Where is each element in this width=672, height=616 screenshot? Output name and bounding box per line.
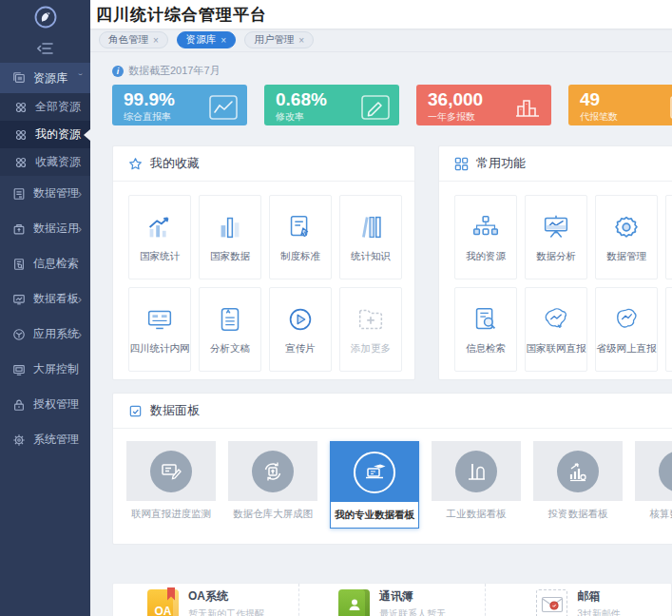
info-icon: i (112, 66, 124, 77)
document-search-icon (470, 303, 502, 336)
tab-resource-library[interactable]: 资源库 × (177, 31, 236, 48)
data-notice: i 数据截至2017年7月 (112, 64, 672, 78)
sidebar-item-label: 系统管理 (33, 432, 79, 448)
tile-label: 投资数据看板 (533, 501, 623, 527)
document-search-icon (12, 258, 26, 271)
app-window: 资源库 ˇ 全部资源 我的资源 (0, 0, 672, 616)
tile-label: 宣传片 (285, 342, 316, 356)
quicklink-contacts[interactable]: 通讯簿 最近联系人暂无 (298, 584, 485, 616)
stat-card-proxy-count[interactable]: 49 代报笔数 (568, 85, 672, 125)
quicklink-title: 通讯簿 (379, 588, 446, 605)
address-book-icon (338, 589, 370, 616)
tab-user-management[interactable]: 用户管理 × (244, 31, 314, 48)
sidebar-item-label: 数据看板 (33, 291, 79, 307)
function-tile-data-management[interactable]: 数据管理 (595, 195, 658, 279)
content: i 数据截至2017年7月 99.9% 综合直报率 0.68% 修改率 (90, 52, 672, 616)
document-text-icon (214, 303, 246, 336)
sidebar-item-info-search[interactable]: 信息检索 (0, 246, 90, 281)
close-icon[interactable]: × (153, 35, 159, 46)
dashboard-tile-investment-board[interactable]: 投资数据看板 (533, 441, 623, 529)
dashboard-tile-accounting-board[interactable]: 核算数据看板 (635, 441, 672, 529)
refresh-screen-icon (252, 451, 294, 492)
favorite-tile-add-more[interactable]: 添加更多 (339, 287, 402, 372)
tile-label: 四川统计内网 (130, 342, 190, 356)
panel-title: 我的收藏 (150, 155, 200, 172)
function-tile-my-resources[interactable]: 我的资源 (454, 195, 517, 279)
tab-role-management[interactable]: 角色管理 × (99, 31, 168, 48)
favorite-tile-national-stats[interactable]: 国家统计 (128, 195, 191, 279)
stat-card-report-rate[interactable]: 99.9% 综合直报率 (112, 85, 247, 125)
sidebar-item-label: 数据运用 (33, 221, 79, 237)
investment-chart-icon (557, 451, 599, 492)
sidebar-group-resources[interactable]: 资源库 ˇ (0, 63, 90, 93)
tab-bar: 角色管理 × 资源库 × 用户管理 × (90, 29, 672, 52)
calc-document-icon (659, 451, 672, 492)
dashboard-tile-industry-board[interactable]: 工业数据看板 (432, 441, 521, 529)
sidebar-collapse-button[interactable] (0, 34, 90, 63)
sidebar-item-favorite-resources[interactable]: 收藏资源 (0, 148, 90, 176)
sidebar-item-data-management[interactable]: 数据管理 › (0, 176, 90, 211)
stat-label: 修改率 (276, 110, 327, 124)
favorite-tile-intranet[interactable]: 四川统计内网 (128, 287, 191, 372)
function-tile-info-search[interactable]: 信息检索 (454, 287, 517, 372)
favorite-tile-analysis-docs[interactable]: 分析文稿 (199, 287, 261, 372)
sidebar-item-label: 我的资源 (35, 126, 81, 143)
tile-label: 统计知识 (351, 250, 391, 263)
sidebar-item-data-usage[interactable]: 数据运用 › (0, 211, 90, 246)
sidebar-item-all-resources[interactable]: 全部资源 (0, 93, 90, 121)
stat-label: 代报笔数 (580, 110, 618, 124)
stat-cards: 99.9% 综合直报率 0.68% 修改率 36,000 (112, 85, 672, 125)
dashboard-tile-my-professional-board[interactable]: 我的专业数据看板 (330, 441, 419, 529)
document-table-icon (12, 187, 26, 201)
chevron-right-icon: › (78, 327, 82, 341)
quicklink-title: OA系统 (188, 588, 264, 605)
sidebar-item-label: 授权管理 (33, 396, 79, 413)
header: 四川统计综合管理平台 (90, 0, 672, 29)
chart-arrow-icon (144, 211, 176, 243)
stat-card-modify-rate[interactable]: 0.68% 修改率 (264, 85, 399, 125)
sidebar-item-authorization[interactable]: 授权管理 (0, 387, 90, 422)
tile-label: 工业数据看板 (432, 501, 521, 527)
function-tile-national-report[interactable]: 国家联网直报 (525, 287, 587, 372)
edit-icon (361, 95, 390, 125)
sidebar-item-data-board[interactable]: 数据看板 › (0, 281, 90, 317)
close-icon[interactable]: × (221, 35, 226, 46)
sidebar-item-my-resources[interactable]: 我的资源 (0, 121, 90, 148)
app-logo (0, 0, 90, 34)
dashboard-tile-progress-monitor[interactable]: 联网直报进度监测 (126, 441, 216, 529)
dashboard-tile-warehouse-screen[interactable]: 数据仓库大屏成图 (228, 441, 317, 529)
stat-value: 49 (580, 89, 618, 109)
favorite-tile-standards[interactable]: 制度标准 (269, 195, 332, 279)
monitor-edit-icon (150, 451, 192, 492)
favorites-header: 我的收藏 (113, 146, 414, 182)
sidebar-submenu: 全部资源 我的资源 收藏资源 (0, 93, 90, 176)
favorite-tile-promo-video[interactable]: 宣传片 (269, 287, 332, 372)
sidebar-item-app-systems[interactable]: 应用系统 › (0, 317, 90, 352)
tile-label: 国家联网直报 (527, 342, 586, 356)
dashboard-grid: 联网直报进度监测 数据仓库大屏成图 我的专业数据看板 (113, 429, 672, 544)
quicklink-oa-system[interactable]: OA OA系统 暂无新的工作提醒 (113, 584, 298, 616)
stat-card-yearly-reports[interactable]: 36,000 一年多报数 (416, 85, 551, 125)
quicklink-subtitle: 3封新邮件 (577, 607, 621, 616)
collapse-menu-icon (37, 42, 54, 55)
favorite-tile-knowledge[interactable]: 统计知识 (339, 195, 402, 279)
function-tile-clipped[interactable] (665, 287, 672, 372)
main-area: 四川统计综合管理平台 角色管理 × 资源库 × 用户管理 × i 数据截至201… (90, 0, 672, 616)
common-functions-grid: 我的资源 数据分析 (439, 182, 672, 385)
function-tile-data-analysis[interactable]: 数据分析 (525, 195, 587, 279)
quicklink-subtitle: 最近联系人暂无 (379, 607, 446, 616)
common-functions-header: 常用功能 (439, 146, 672, 182)
tile-label: 国家数据 (210, 250, 250, 263)
tile-label: 我的专业数据看板 (331, 502, 418, 528)
quicklink-title: 邮箱 (577, 588, 621, 605)
sidebar-item-system-management[interactable]: 系统管理 (0, 422, 90, 457)
panel-row: 我的收藏 国家统计 (112, 145, 672, 380)
function-tile-provincial-report[interactable]: 省级网上直报 (595, 287, 658, 372)
favorite-tile-national-data[interactable]: 国家数据 (199, 195, 261, 279)
function-tile-clipped[interactable] (665, 195, 672, 279)
quicklink-mailbox[interactable]: 邮箱 3封新邮件 (485, 584, 671, 616)
close-icon[interactable]: × (298, 35, 304, 46)
sidebar-menu: 数据管理 › 数据运用 › 信息检索 数据看板 (0, 176, 90, 457)
hierarchy-icon (470, 211, 502, 243)
sidebar-item-bigscreen-control[interactable]: 大屏控制 (0, 352, 90, 387)
